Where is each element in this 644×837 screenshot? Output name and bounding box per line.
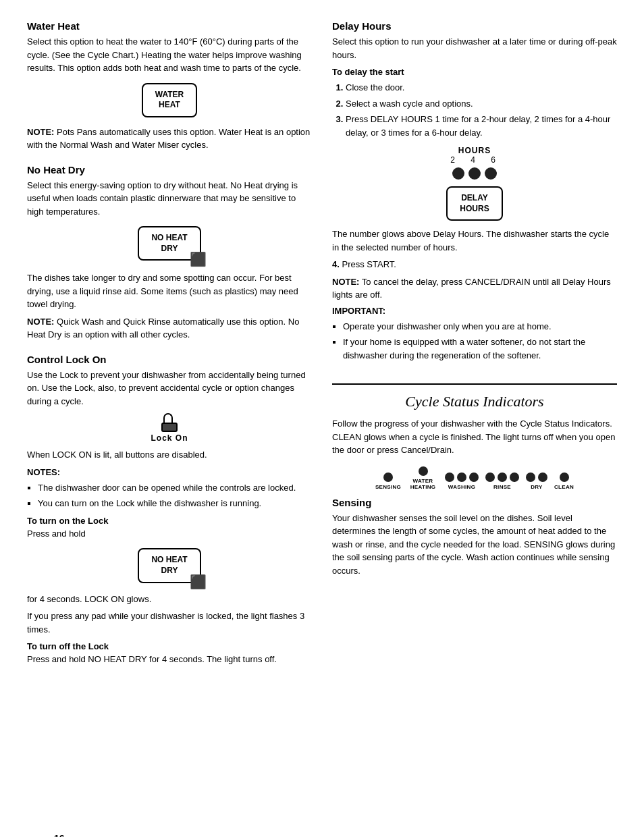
no-heat-dry-btn-line2: DRY xyxy=(161,244,178,253)
for-seconds: for 4 seconds. LOCK ON glows. xyxy=(27,593,312,606)
indicator-water-heating: WATER HEATING xyxy=(408,466,438,490)
control-lock-btn-line2: DRY xyxy=(161,566,178,575)
clean-dot xyxy=(560,473,569,482)
control-lock-btn-line1: NO HEAT xyxy=(151,555,187,564)
water-heating-dot xyxy=(419,466,428,476)
control-lock-body: Use the Lock to prevent your dishwasher … xyxy=(27,369,312,408)
no-heat-dry-btn-line1: NO HEAT xyxy=(151,233,187,242)
water-heat-btn-line2: HEAT xyxy=(159,100,180,109)
delay-dots-row xyxy=(452,167,497,180)
sensing-dot xyxy=(383,473,393,482)
page-layout: Water Heat Select this option to heat th… xyxy=(27,20,617,678)
delay-step-2: Select a wash cycle and options. xyxy=(346,97,617,111)
no-heat-dry-body: Select this energy-saving option to dry … xyxy=(27,179,312,219)
page-number: 16 xyxy=(54,833,65,837)
lock-label: Lock On xyxy=(151,433,188,443)
no-heat-dry-note-bold: NOTE: xyxy=(27,317,54,327)
water-heat-button-illustration: WATER HEAT xyxy=(27,83,312,117)
no-heat-dry-body2: The dishes take longer to dry and some s… xyxy=(27,271,312,311)
section-no-heat-dry: No Heat Dry Select this energy-saving op… xyxy=(27,164,312,342)
control-lock-note-1: The dishwasher door can be opened while … xyxy=(38,481,312,495)
hours-numbers: 2 4 6 xyxy=(450,155,502,165)
delay-hours-title: Delay Hours xyxy=(332,20,617,32)
water-heating-label: WATER HEATING xyxy=(408,478,438,490)
water-heat-note-text: Pots Pans automatically uses this option… xyxy=(27,127,310,151)
control-lock-note-2: You can turn on the Lock while the dishw… xyxy=(38,497,312,510)
delay-hours-diagram: HOURS 2 4 6 DELAY HOURS xyxy=(332,146,617,221)
water-heat-title: Water Heat xyxy=(27,20,312,32)
indicator-washing: WASHING xyxy=(445,473,479,490)
to-turn-on-title: To turn on the Lock xyxy=(27,516,312,526)
no-heat-dry-note-text: Quick Wash and Quick Rinse automatically… xyxy=(27,317,299,340)
dry-label: DRY xyxy=(531,484,543,490)
important-list: Operate your dishwasher only when you ar… xyxy=(343,320,617,362)
water-heat-body: Select this option to heat the water to … xyxy=(27,35,312,75)
clean-label: CLEAN xyxy=(554,484,574,490)
section-sensing: Sensing Your dishwasher senses the soil … xyxy=(332,497,617,578)
dry-dots xyxy=(526,473,547,482)
washing-dots xyxy=(445,473,479,482)
lock-illustration: Lock On xyxy=(27,413,312,443)
to-turn-off-body: Press and hold NO HEAT DRY for 4 seconds… xyxy=(27,653,312,666)
to-turn-off-title: To turn off the Lock xyxy=(27,641,312,651)
control-lock-icon: ⬛ xyxy=(190,574,207,590)
indicator-dry: DRY xyxy=(526,473,547,490)
delay-step4-text: Press START. xyxy=(342,259,396,269)
water-heat-note: NOTE: Pots Pans automatically uses this … xyxy=(27,126,312,152)
delay-btn-line2: HOURS xyxy=(460,204,489,213)
if-press: If you press any pad while your dishwash… xyxy=(27,610,312,636)
cycle-status-title: Cycle Status Indicators xyxy=(332,393,617,410)
delay-note-bold: NOTE: xyxy=(332,277,359,287)
indicator-rinse: RINSE xyxy=(485,473,519,490)
cycle-status-body: Follow the progress of your dishwasher w… xyxy=(332,417,617,457)
delay-dot-3 xyxy=(485,167,497,180)
right-column: Delay Hours Select this option to run yo… xyxy=(332,20,617,678)
sensing-body: Your dishwasher senses the soil level on… xyxy=(332,512,617,578)
no-heat-dry-button-illustration: NO HEAT DRY ⬛ xyxy=(27,226,312,261)
water-heat-btn-line1: WATER xyxy=(155,90,184,99)
section-water-heat: Water Heat Select this option to heat th… xyxy=(27,20,312,152)
important-title: IMPORTANT: xyxy=(332,306,617,316)
important-item-1: Operate your dishwasher only when you ar… xyxy=(343,320,617,333)
delay-note: NOTE: To cancel the delay, press CANCEL/… xyxy=(332,275,617,302)
delay-dot-2 xyxy=(468,167,481,180)
hours-label: HOURS xyxy=(458,146,491,155)
rinse-dots xyxy=(485,473,519,482)
important-item-2: If your home is equipped with a water so… xyxy=(343,335,617,362)
indicator-sensing: SENSING xyxy=(375,473,401,490)
no-heat-dry-icon: ⬛ xyxy=(190,251,207,267)
control-lock-no-heat-btn-illustration: NO HEAT DRY ⬛ xyxy=(27,548,312,583)
sensing-section-title: Sensing xyxy=(332,497,617,508)
control-lock-when-lit: When LOCK ON is lit, all buttons are dis… xyxy=(27,448,312,462)
no-heat-dry-note: NOTE: Quick Wash and Quick Rinse automat… xyxy=(27,315,312,342)
left-column: Water Heat Select this option to heat th… xyxy=(27,20,312,678)
delay-hours-button: DELAY HOURS xyxy=(446,186,502,221)
control-lock-title: Control Lock On xyxy=(27,354,312,365)
water-heat-note-bold: NOTE: xyxy=(27,127,54,137)
indicators-row: SENSING WATER HEATING WASH xyxy=(332,466,617,490)
delay-step4-num: 4. xyxy=(332,259,340,269)
delay-btn-line1: DELAY xyxy=(461,193,488,202)
delay-step-1: Close the door. xyxy=(346,81,617,94)
section-cycle-status: Cycle Status Indicators Follow the progr… xyxy=(332,383,617,589)
rinse-label: RINSE xyxy=(493,484,511,490)
control-lock-notes-title: NOTES: xyxy=(27,467,312,477)
no-heat-dry-title: No Heat Dry xyxy=(27,164,312,176)
washing-label: WASHING xyxy=(448,484,475,490)
delay-hours-body: Select this option to run your dishwashe… xyxy=(332,35,617,61)
to-turn-on-body: Press and hold xyxy=(27,527,312,541)
indicator-clean: CLEAN xyxy=(554,473,574,490)
page-wrapper: Water Heat Select this option to heat th… xyxy=(27,20,617,837)
delay-step4: 4. Press START. xyxy=(332,258,617,271)
delay-steps: Close the door. Select a wash cycle and … xyxy=(332,81,617,139)
section-control-lock: Control Lock On Use the Lock to prevent … xyxy=(27,354,312,666)
delay-dot-1 xyxy=(452,167,464,180)
water-heat-button: WATER HEAT xyxy=(142,83,197,117)
control-lock-notes: The dishwasher door can be opened while … xyxy=(38,481,312,510)
delay-note-text: To cancel the delay, press CANCEL/DRAIN … xyxy=(332,277,611,300)
lock-icon xyxy=(160,413,179,432)
delay-step-3: Press DELAY HOURS 1 time for a 2-hour de… xyxy=(346,113,617,139)
to-delay-title: To delay the start xyxy=(332,67,617,77)
delay-after-diagram: The number glows above Delay Hours. The … xyxy=(332,227,617,254)
section-delay-hours: Delay Hours Select this option to run yo… xyxy=(332,20,617,366)
